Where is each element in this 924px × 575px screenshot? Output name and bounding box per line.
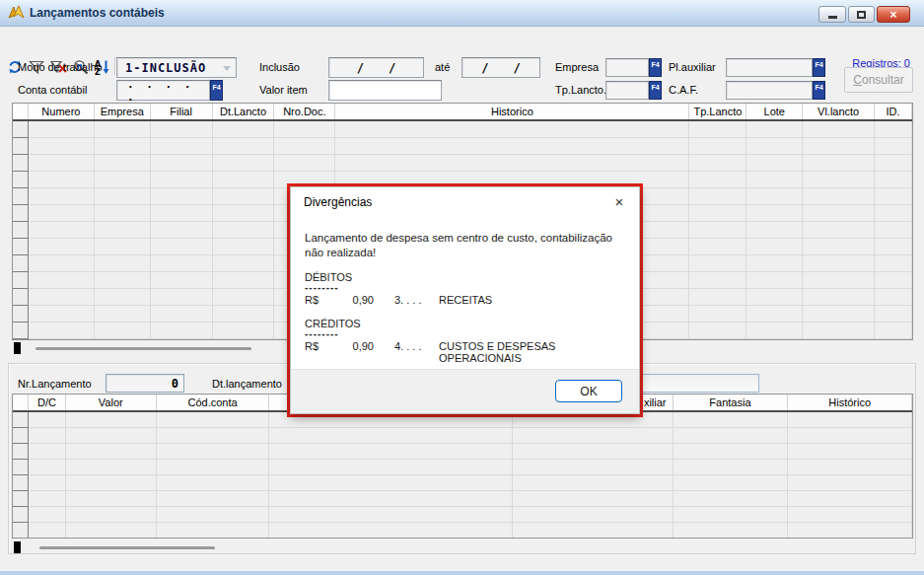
table-cell xyxy=(151,239,213,255)
table-row[interactable] xyxy=(13,121,912,138)
table-cell xyxy=(746,306,803,323)
tp-lancto-f4-button[interactable]: F4 xyxy=(649,81,662,100)
consultar-button[interactable]: Consultar xyxy=(844,67,913,93)
table-cell xyxy=(29,507,66,523)
pl-auxiliar-f4-button[interactable]: F4 xyxy=(813,58,825,77)
pl-auxiliar-field[interactable] xyxy=(726,58,813,77)
table-cell xyxy=(213,239,275,255)
table-cell xyxy=(674,444,789,460)
table-cell xyxy=(157,491,270,507)
col-lote[interactable]: Lote xyxy=(746,104,803,119)
table-cell xyxy=(803,188,875,205)
horizontal-scrollbar[interactable] xyxy=(36,347,251,350)
close-icon: × xyxy=(889,8,896,22)
col-historico[interactable]: Historico xyxy=(335,104,689,119)
empresa-f4-button[interactable]: F4 xyxy=(649,58,662,77)
table-cell xyxy=(269,523,512,539)
table-cell xyxy=(746,121,803,138)
table-cell xyxy=(513,428,674,444)
table-cell xyxy=(875,188,912,205)
maximize-button[interactable] xyxy=(848,6,875,23)
table-cell xyxy=(674,475,789,491)
table-row[interactable] xyxy=(13,460,912,475)
modo-combobox[interactable]: 1-INCLUSÃO xyxy=(116,57,237,78)
table-cell xyxy=(788,491,912,507)
col-fantasia[interactable]: Fantasia xyxy=(674,395,789,410)
col-numero[interactable]: Numero xyxy=(29,104,95,119)
table-cell xyxy=(803,121,875,138)
table-cell xyxy=(746,188,803,205)
table-cell xyxy=(213,121,275,138)
horizontal-scrollbar[interactable] xyxy=(39,546,215,549)
table-cell xyxy=(66,507,157,523)
date-to-field[interactable]: / / xyxy=(462,57,540,78)
table-cell xyxy=(66,523,157,539)
conta-f4-button[interactable]: F4 xyxy=(210,80,223,101)
window-border xyxy=(0,571,924,575)
caf-field[interactable] xyxy=(726,81,813,100)
table-row[interactable] xyxy=(13,491,912,507)
table-cell xyxy=(151,138,213,155)
credit-account-name: CUSTOS E DESPESAS OPERACIONAIS xyxy=(439,340,639,364)
row-selector-cell xyxy=(13,289,29,306)
table-cell xyxy=(66,428,157,444)
table-row[interactable] xyxy=(13,428,912,444)
date-from-field[interactable]: / / xyxy=(328,57,424,78)
col-tplancto[interactable]: Tp.Lancto xyxy=(689,104,746,119)
table-row[interactable] xyxy=(13,444,912,460)
table-cell xyxy=(29,172,95,188)
table-row[interactable] xyxy=(13,475,912,491)
dialog-close-icon[interactable]: × xyxy=(609,191,629,211)
col-dc[interactable]: D/C xyxy=(29,395,66,410)
table-cell xyxy=(788,507,912,523)
table-cell xyxy=(689,255,746,272)
col-historico[interactable]: Histórico xyxy=(788,395,912,410)
row-selector-cell xyxy=(13,188,29,205)
window-title: Lançamentos contábeis xyxy=(30,6,165,20)
debit-row: R$ 0,90 3. . . . RECEITAS xyxy=(291,294,639,308)
col-vllancto[interactable]: Vl.lancto xyxy=(803,104,875,119)
table-cell xyxy=(29,523,66,539)
table-cell xyxy=(213,306,275,323)
table-row[interactable] xyxy=(13,523,912,539)
col-nrodoc[interactable]: Nro.Doc. xyxy=(274,104,335,119)
caf-f4-button[interactable]: F4 xyxy=(813,81,825,100)
credit-row: R$ 0,90 4. . . . CUSTOS E DESPESAS OPERA… xyxy=(291,340,639,354)
table-cell xyxy=(689,138,746,155)
col-codconta[interactable]: Cód.conta xyxy=(157,395,270,410)
col-filial[interactable]: Filial xyxy=(151,104,213,119)
table-cell xyxy=(674,412,789,428)
table-row[interactable] xyxy=(13,138,912,155)
col-empresa[interactable]: Empresa xyxy=(95,104,151,119)
table-row[interactable] xyxy=(13,155,912,172)
credit-currency: R$ xyxy=(305,340,319,352)
annotation-highlight: Divergências × Lançamento de despesa sem… xyxy=(287,183,643,417)
table-cell xyxy=(29,255,95,272)
close-button[interactable]: × xyxy=(877,6,910,23)
table-cell xyxy=(674,491,789,507)
table-row[interactable] xyxy=(13,507,912,523)
empresa-field[interactable] xyxy=(605,58,649,77)
conta-label: Conta contábil xyxy=(18,84,87,96)
col-dtlancto[interactable]: Dt.Lancto xyxy=(213,104,275,119)
table-cell xyxy=(875,255,912,272)
table-cell xyxy=(689,121,746,138)
valor-item-field[interactable] xyxy=(328,80,442,101)
table-cell xyxy=(213,188,275,205)
table-cell xyxy=(788,475,912,491)
col-valor[interactable]: Valor xyxy=(66,395,157,410)
caf-label: C.A.F. xyxy=(669,84,698,96)
conta-field[interactable]: . . . . . xyxy=(116,80,210,101)
tp-lancto-field[interactable] xyxy=(605,81,649,100)
selector-header xyxy=(13,395,29,410)
table-cell xyxy=(803,255,875,272)
ok-button[interactable]: OK xyxy=(555,380,622,402)
table-cell xyxy=(157,460,270,475)
table-cell xyxy=(151,255,213,272)
divergencias-dialog: Divergências × Lançamento de despesa sem… xyxy=(290,186,640,414)
table-cell xyxy=(746,155,803,172)
table-cell xyxy=(803,289,875,306)
col-id[interactable]: ID. xyxy=(875,104,912,119)
minimize-button[interactable] xyxy=(818,6,846,23)
nr-lancamento-field[interactable]: 0 xyxy=(106,374,184,393)
